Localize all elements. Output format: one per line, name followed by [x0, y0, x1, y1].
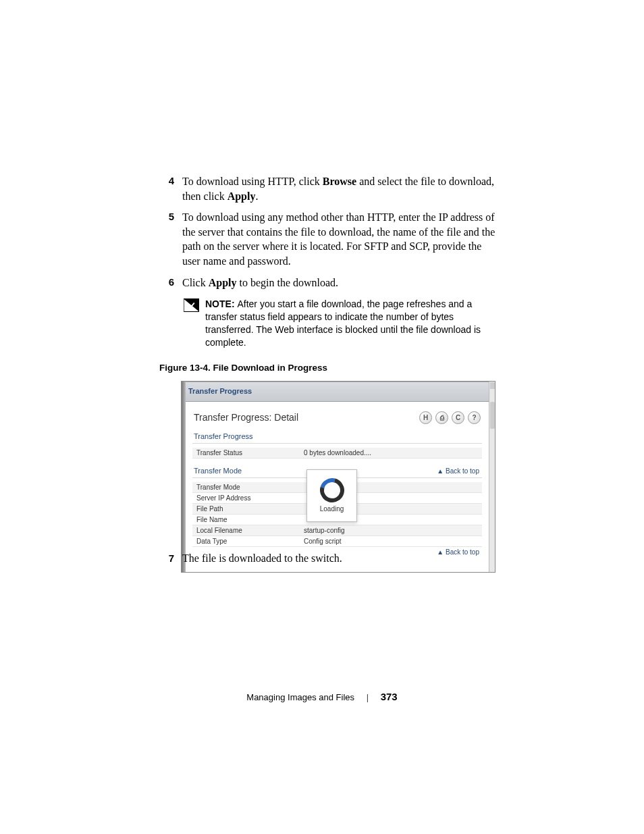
row-value: 0 bytes downloaded.... [304, 449, 482, 457]
step-number: 6 [159, 276, 182, 290]
row-label: Local Filename [192, 525, 304, 536]
loading-label: Loading [320, 505, 344, 513]
screenshot-window: Transfer Progress Transfer Progress: Det… [181, 381, 495, 573]
note-block: NOTE: After you start a file download, t… [184, 298, 497, 349]
refresh-icon[interactable]: C [452, 411, 464, 424]
step-text: The file is downloaded to the switch. [182, 552, 497, 565]
section-header: Transfer Progress [192, 429, 482, 443]
footer-section: Managing Images and Files [246, 692, 354, 702]
scrollbar[interactable] [489, 382, 495, 572]
step-5: 5 To download using any method other tha… [159, 210, 497, 268]
step-number: 7 [159, 552, 182, 565]
row-value: startup-config [304, 527, 482, 534]
section-transfer-progress: Transfer Progress Transfer Status 0 byte… [192, 429, 482, 459]
note-text: NOTE: After you start a file download, t… [205, 298, 497, 349]
print-icon[interactable]: ⎙ [435, 411, 448, 424]
spinner-icon [315, 474, 348, 507]
step-4: 4 To download using HTTP, click Browse a… [159, 174, 497, 203]
help-icon[interactable]: ? [468, 411, 481, 424]
tab-transfer-progress[interactable]: Transfer Progress [188, 387, 252, 395]
toolbar-icons: H ⎙ C ? [419, 411, 481, 424]
step-text: Click Apply to begin the download. [182, 276, 497, 290]
step-text: To download using any method other than … [182, 210, 497, 268]
step-number: 5 [159, 210, 182, 268]
page-number: 373 [381, 691, 398, 702]
figure-caption: Figure 13-4. File Download in Progress [159, 363, 497, 373]
row-label: Data Type [192, 536, 304, 546]
section-header: Transfer Mode [192, 464, 243, 477]
row-label: File Name [192, 515, 304, 525]
table-row: Local Filename startup-config [192, 525, 482, 536]
save-icon[interactable]: H [419, 411, 432, 424]
step-text: To download using HTTP, click Browse and… [182, 174, 497, 203]
table-row: Data Type Config script [192, 536, 482, 547]
table-row: Transfer Status 0 bytes downloaded.... [192, 448, 482, 459]
page-footer: Managing Images and Files | 373 [0, 691, 644, 702]
step-number: 4 [159, 174, 182, 203]
scrollbar-up-icon[interactable] [490, 382, 495, 389]
row-label: Server IP Address [192, 493, 304, 503]
step-6: 6 Click Apply to begin the download. [159, 276, 497, 290]
loading-dialog: Loading [306, 469, 357, 522]
scrollbar-thumb[interactable] [490, 402, 495, 429]
note-icon [184, 298, 199, 312]
footer-separator: | [357, 692, 378, 702]
page-title: Transfer Progress: Detail [194, 412, 298, 423]
row-label: Transfer Status [192, 448, 304, 458]
title-row: Transfer Progress: Detail H ⎙ C ? [186, 402, 489, 427]
back-to-top-link[interactable]: ▲ Back to top [434, 466, 482, 476]
row-label: File Path [192, 504, 304, 514]
step-7: 7 The file is downloaded to the switch. [159, 552, 497, 565]
row-value: Config script [304, 538, 482, 545]
row-label: Transfer Mode [192, 482, 304, 492]
